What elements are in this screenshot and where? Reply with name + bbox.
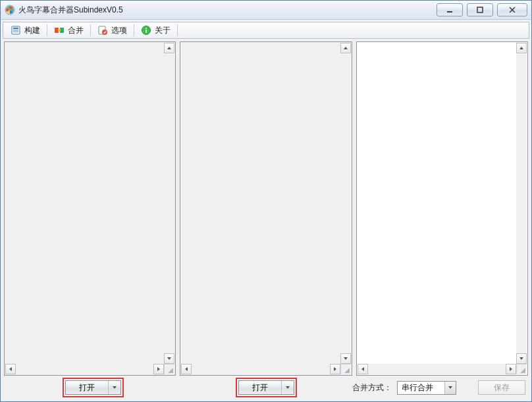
scroll-track[interactable] <box>516 53 527 353</box>
scroll-track[interactable] <box>16 364 153 374</box>
open-middle-label: 打开 <box>239 381 282 394</box>
scrollbar-horizontal[interactable] <box>5 364 174 374</box>
scrollbar-horizontal[interactable] <box>358 364 527 374</box>
scroll-right-button[interactable] <box>506 364 516 374</box>
svg-rect-9 <box>58 29 61 32</box>
highlight-box: 打开 <box>63 378 124 397</box>
toolbar-about-label: 关于 <box>155 25 171 36</box>
app-icon <box>5 5 15 15</box>
svg-rect-4 <box>13 28 18 29</box>
merge-mode-dropdown[interactable] <box>444 382 456 394</box>
toolbar-merge-label: 合并 <box>68 25 84 36</box>
panel-left <box>4 41 176 376</box>
open-left-dropdown[interactable] <box>109 381 120 394</box>
save-button[interactable]: 保存 <box>478 380 525 395</box>
svg-rect-2 <box>477 7 483 13</box>
bottom-slot-left: 打开 <box>7 378 180 397</box>
bottom-slot-right: 合并方式： 串行合并 保存 <box>352 380 525 395</box>
panel-middle <box>180 41 352 376</box>
toolbar-options-label: 选项 <box>111 25 127 36</box>
scroll-left-button[interactable] <box>5 364 16 374</box>
scroll-right-button[interactable] <box>330 364 340 374</box>
open-left-label: 打开 <box>66 381 109 394</box>
toolbar-separator <box>134 24 134 36</box>
toolbar-options[interactable]: 选项 <box>92 22 132 38</box>
toolbar-build-label: 构建 <box>24 25 40 36</box>
scrollbar-horizontal[interactable] <box>181 364 350 374</box>
open-left-button[interactable]: 打开 <box>65 380 121 395</box>
scroll-track[interactable] <box>368 364 506 374</box>
scroll-left-button[interactable] <box>358 364 368 374</box>
scroll-down-button[interactable] <box>340 353 351 364</box>
close-button[interactable] <box>497 3 527 16</box>
scroll-track[interactable] <box>164 53 174 353</box>
resize-grip <box>340 364 351 374</box>
scrollbar-vertical[interactable] <box>516 43 527 364</box>
scroll-track[interactable] <box>192 364 329 374</box>
toolbar-build[interactable]: 构建 <box>5 22 45 38</box>
merge-mode-combo[interactable]: 串行合并 <box>397 381 456 395</box>
bottom-bar: 打开 打开 合并方式： 串行合并 <box>3 377 529 399</box>
window-title: 火鸟字幕合并器SubindexV0.5 <box>18 5 123 16</box>
svg-rect-6 <box>13 32 18 33</box>
scroll-up-button[interactable] <box>340 43 351 53</box>
scrollbar-vertical[interactable] <box>164 43 174 364</box>
build-icon <box>11 25 21 36</box>
scrollbar-vertical[interactable] <box>340 43 351 364</box>
merge-icon <box>54 25 65 36</box>
scroll-left-button[interactable] <box>181 364 192 374</box>
open-middle-button[interactable]: 打开 <box>238 380 294 395</box>
scroll-right-button[interactable] <box>153 364 164 374</box>
toolbar-separator <box>177 24 178 36</box>
toolbar-about[interactable]: 关于 <box>136 22 176 38</box>
merge-mode-value: 串行合并 <box>398 382 444 393</box>
window-controls <box>437 3 530 16</box>
scroll-down-button[interactable] <box>164 353 174 364</box>
panels-area <box>3 39 529 377</box>
highlight-box: 打开 <box>236 378 297 397</box>
bottom-slot-middle: 打开 <box>180 378 353 397</box>
titlebar: 火鸟字幕合并器SubindexV0.5 <box>0 0 532 20</box>
resize-grip <box>164 364 174 374</box>
svg-rect-1 <box>447 11 452 13</box>
svg-rect-13 <box>146 28 147 29</box>
svg-rect-14 <box>146 30 147 33</box>
scroll-up-button[interactable] <box>516 43 527 53</box>
save-button-label: 保存 <box>494 382 510 393</box>
about-icon <box>141 25 151 36</box>
options-icon <box>97 25 108 36</box>
maximize-button[interactable] <box>467 3 493 16</box>
toolbar-separator <box>47 24 47 36</box>
open-middle-dropdown[interactable] <box>282 381 294 394</box>
toolbar: 构建 合并 选项 <box>3 22 529 39</box>
resize-grip <box>516 364 527 374</box>
toolbar-separator <box>90 24 91 36</box>
minimize-button[interactable] <box>437 3 463 16</box>
scroll-down-button[interactable] <box>516 353 527 364</box>
window-body: 构建 合并 选项 <box>0 20 532 402</box>
scroll-track[interactable] <box>340 53 351 353</box>
scroll-up-button[interactable] <box>164 43 174 53</box>
toolbar-merge[interactable]: 合并 <box>49 22 89 38</box>
svg-rect-5 <box>13 30 18 31</box>
panel-right <box>356 41 528 376</box>
merge-mode-label: 合并方式： <box>352 382 392 393</box>
